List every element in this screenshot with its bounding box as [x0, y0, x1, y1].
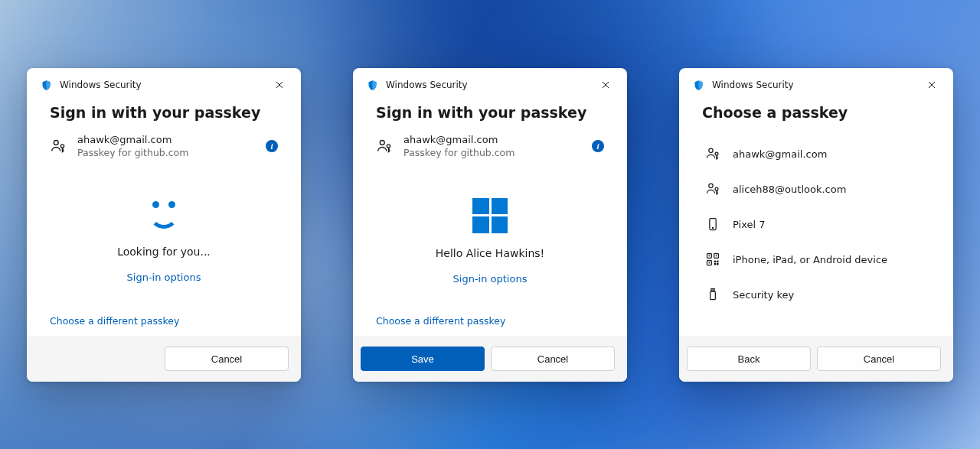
phone-icon [705, 216, 720, 232]
svg-rect-15 [709, 262, 710, 264]
close-icon [276, 81, 283, 89]
save-button[interactable]: Save [361, 347, 485, 371]
passkey-option[interactable]: ahawk@gmail.com [702, 136, 930, 171]
svg-point-7 [715, 187, 718, 190]
signin-options-link[interactable]: Sign-in options [453, 273, 528, 285]
hello-face-icon [143, 200, 185, 232]
passkey-option-label: ahawk@gmail.com [733, 148, 827, 160]
svg-point-3 [387, 145, 390, 148]
cancel-button[interactable]: Cancel [165, 347, 289, 371]
passkey-icon [376, 138, 393, 155]
usb-icon [705, 287, 720, 302]
svg-rect-14 [716, 255, 717, 257]
close-button[interactable] [921, 76, 942, 93]
svg-rect-13 [709, 255, 710, 257]
svg-rect-20 [710, 291, 716, 300]
titlebar: Windows Security [353, 68, 627, 98]
close-button[interactable] [595, 76, 616, 93]
close-icon [602, 81, 609, 89]
svg-point-5 [715, 152, 718, 155]
svg-point-4 [709, 148, 713, 152]
shield-icon [41, 80, 52, 91]
passkey-option-label: iPhone, iPad, or Android device [733, 254, 887, 265]
identity-site: Passkey for github.com [77, 147, 255, 160]
shield-icon [367, 80, 378, 91]
passkey-icon [50, 138, 67, 155]
dialog-heading: Sign in with your passkey [376, 104, 604, 121]
shield-icon [693, 80, 704, 91]
close-icon [928, 81, 936, 89]
security-dialog-choose: Windows Security Choose a passkey ahawk@… [679, 68, 953, 382]
svg-point-0 [54, 141, 58, 145]
info-icon[interactable] [266, 140, 278, 152]
window-title: Windows Security [60, 80, 261, 90]
dialog-heading: Choose a passkey [702, 104, 930, 121]
qr-icon [705, 252, 720, 267]
passkey-option[interactable]: iPhone, iPad, or Android device [702, 242, 930, 277]
svg-point-2 [380, 141, 384, 145]
windows-logo-icon [472, 198, 508, 233]
choose-different-link[interactable]: Choose a different passkey [50, 312, 278, 336]
status-text: Looking for you... [117, 246, 211, 258]
close-button[interactable] [269, 76, 290, 93]
svg-rect-19 [717, 263, 719, 265]
dialog-heading: Sign in with your passkey [50, 104, 278, 121]
svg-rect-18 [714, 263, 717, 265]
window-title: Windows Security [386, 80, 587, 90]
passkey-option-label: Security key [733, 289, 794, 301]
passkey-option-label: Pixel 7 [733, 219, 765, 230]
svg-point-1 [60, 145, 64, 148]
security-dialog-hello: Windows Security Sign in with your passk… [353, 68, 627, 382]
identity-email: ahawk@gmail.com [403, 133, 581, 147]
greeting-text: Hello Alice Hawkins! [436, 247, 544, 259]
cancel-button[interactable]: Cancel [491, 347, 615, 371]
passkey-list: ahawk@gmail.comaliceh88@outlook.comPixel… [702, 136, 930, 312]
identity-row: ahawk@gmail.com Passkey for github.com [50, 133, 278, 159]
passkey-icon [705, 146, 720, 161]
identity-email: ahawk@gmail.com [77, 133, 255, 147]
svg-rect-17 [717, 261, 719, 263]
svg-point-6 [709, 184, 713, 187]
signin-options-link[interactable]: Sign-in options [127, 272, 201, 283]
identity-row: ahawk@gmail.com Passkey for github.com [376, 133, 604, 159]
identity-site: Passkey for github.com [403, 147, 581, 160]
window-title: Windows Security [712, 80, 913, 90]
back-button[interactable]: Back [687, 347, 811, 371]
cancel-button[interactable]: Cancel [817, 347, 941, 371]
titlebar: Windows Security [27, 68, 301, 98]
security-dialog-looking: Windows Security Sign in with your passk… [27, 68, 301, 382]
info-icon[interactable] [592, 140, 604, 152]
svg-point-9 [712, 227, 713, 228]
passkey-option-label: aliceh88@outlook.com [733, 184, 846, 195]
titlebar: Windows Security [679, 68, 953, 98]
passkey-icon [705, 181, 720, 197]
passkey-option[interactable]: Pixel 7 [702, 207, 930, 242]
passkey-option[interactable]: aliceh88@outlook.com [702, 171, 930, 207]
choose-different-link[interactable]: Choose a different passkey [376, 312, 604, 336]
svg-rect-16 [714, 261, 717, 263]
passkey-option[interactable]: Security key [702, 277, 930, 312]
